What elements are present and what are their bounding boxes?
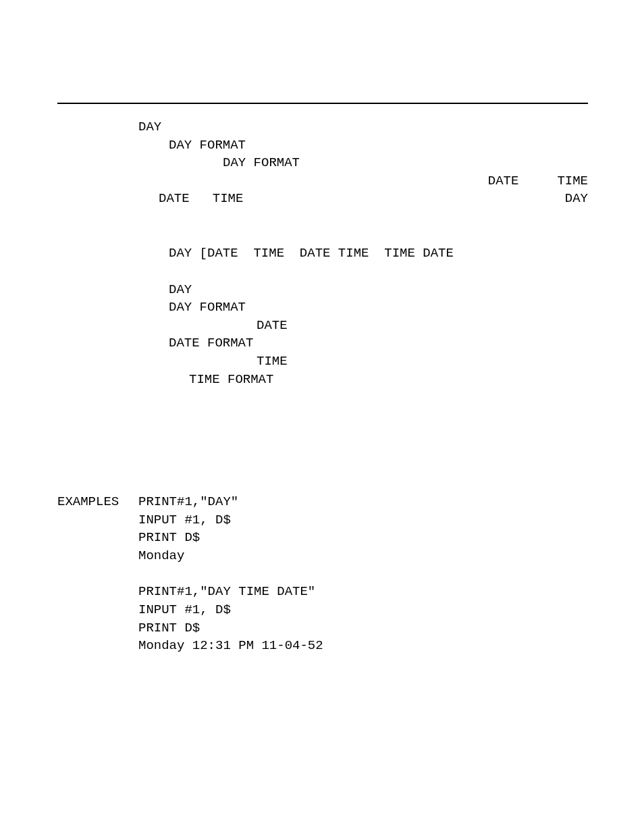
text-line: DATE TIME (159, 190, 243, 208)
code-line: PRINT#1,"DAY TIME DATE" (138, 583, 588, 601)
text-line: DAY FORMAT (169, 298, 588, 317)
text-line: TIME FORMAT (189, 371, 588, 389)
code-line: Monday (138, 547, 588, 565)
code-line: INPUT #1, D$ (138, 601, 588, 619)
horizontal-rule (57, 103, 588, 104)
text-line: DAY (169, 281, 588, 299)
text-line: DATE (257, 317, 588, 335)
text-line: TIME (257, 353, 588, 371)
text-line: DAY (565, 190, 588, 208)
text-line: DAY FORMAT (169, 136, 588, 155)
text-line: DAY (138, 118, 588, 136)
examples-section: EXAMPLES PRINT#1,"DAY" INPUT #1, D$ PRIN… (57, 493, 588, 655)
code-line: PRINT#1,"DAY" (138, 493, 588, 511)
code-line: INPUT #1, D$ (138, 511, 588, 529)
page: DAY DAY FORMAT DAY FORMAT DATE TIME DATE… (0, 0, 644, 834)
code-line: Monday 12:31 PM 11-04-52 (138, 637, 588, 655)
syntax-line: DAY [DATE TIME DATE TIME TIME DATE (169, 244, 588, 263)
text-line: DAY FORMAT (223, 154, 588, 172)
content-area: DAY DAY FORMAT DAY FORMAT DATE TIME DATE… (57, 118, 588, 388)
examples-label: EXAMPLES (57, 493, 119, 511)
code-line: PRINT D$ (138, 619, 588, 637)
text-line: DATE FORMAT (169, 334, 588, 353)
code-line: PRINT D$ (138, 529, 588, 547)
text-line: DATE TIME (57, 172, 588, 190)
